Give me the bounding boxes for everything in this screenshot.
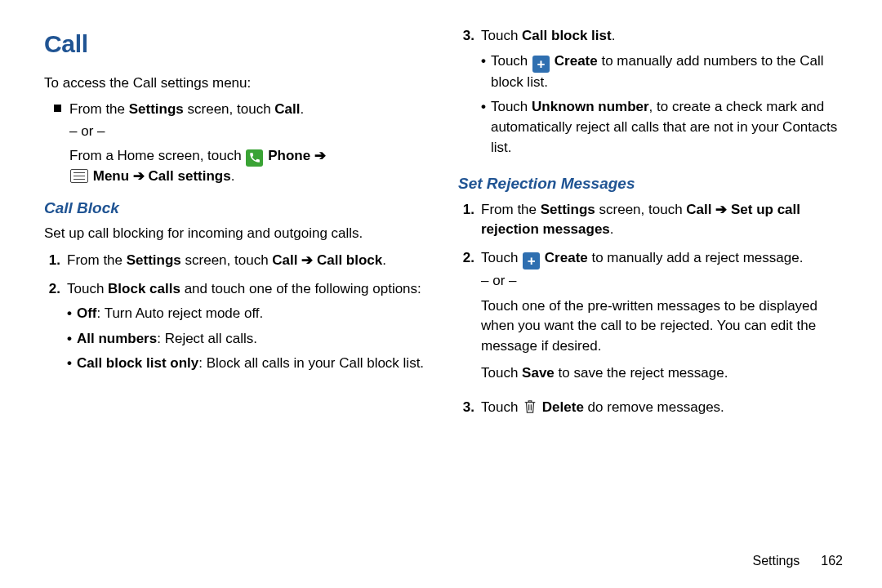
call-block-desc: Set up call blocking for incoming and ou… <box>44 224 429 244</box>
access-line-1: From the Settings screen, touch Call. <box>69 100 429 120</box>
rejection-steps: 1 From the Settings screen, touch Call ➔… <box>458 200 843 418</box>
step-number: 1 <box>458 200 474 240</box>
block-list-sub: Touch + Create to manually add numbers t… <box>481 51 843 158</box>
menu-icon <box>70 169 88 183</box>
footer-section: Settings <box>752 551 800 570</box>
step-body: Touch Delete do remove messages. <box>481 398 843 418</box>
plus-icon: + <box>523 252 540 270</box>
section-rejection: Set Rejection Messages <box>458 172 843 195</box>
rejection-para: Touch one of the pre-written messages to… <box>481 296 843 357</box>
access-line-2: From a Home screen, touch Phone ➔ Menu ➔… <box>69 146 429 186</box>
step-number: 2 <box>458 248 474 390</box>
step-number: 1 <box>44 251 60 271</box>
square-bullet-icon <box>54 105 61 112</box>
step-number: 3 <box>458 398 474 418</box>
step-body: Touch Block calls and touch one of the f… <box>67 279 429 380</box>
trash-icon <box>523 399 537 415</box>
plus-icon: + <box>532 56 550 73</box>
step-body: Touch Call block list. Touch + Create to… <box>481 26 843 163</box>
page-footer: Settings 162 <box>752 551 843 570</box>
phone-icon <box>246 149 263 167</box>
block-options: Off: Turn Auto reject mode off. All numb… <box>67 304 429 374</box>
intro-text: To access the Call settings menu: <box>44 74 429 94</box>
step-body: From the Settings screen, touch Call ➔ C… <box>67 251 429 271</box>
footer-page-number: 162 <box>821 551 843 570</box>
step-body: Touch + Create to manually add a reject … <box>481 248 843 390</box>
access-block: From the Settings screen, touch Call. – … <box>44 100 429 187</box>
step-body: From the Settings screen, touch Call ➔ S… <box>481 200 843 240</box>
page-title: Call <box>44 26 429 62</box>
or-divider: – or – <box>69 122 429 142</box>
or-divider: – or – <box>481 271 843 292</box>
rejection-save: Touch Save to save the reject message. <box>481 363 843 384</box>
section-call-block: Call Block <box>44 197 429 220</box>
step-number: 2 <box>44 279 60 380</box>
step-number: 3 <box>458 26 474 163</box>
